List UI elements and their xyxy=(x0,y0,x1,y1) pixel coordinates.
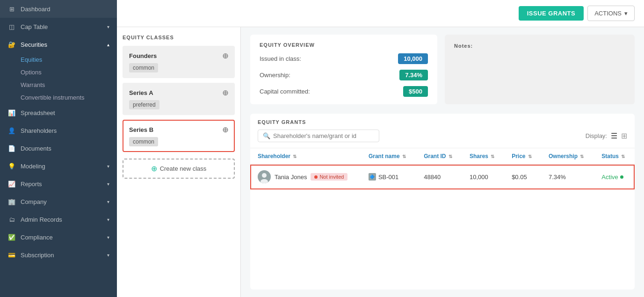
avatar-image xyxy=(258,170,271,183)
grid-view-button[interactable]: ⊞ xyxy=(621,131,627,140)
chevron-down-icon: ▾ xyxy=(107,199,109,204)
overview-value-capital: $500 xyxy=(403,86,428,97)
people-icon: 👤 xyxy=(7,126,16,135)
create-new-class-button[interactable]: ⊕ Create new class xyxy=(123,159,235,179)
sidebar-item-compliance[interactable]: ✅ Compliance ▾ xyxy=(0,228,117,246)
sidebar-item-reports[interactable]: 📈 Reports ▾ xyxy=(0,175,117,193)
grants-section: EQUITY GRANTS 🔍 Display: ☰ ⊞ xyxy=(250,114,635,290)
invite-dot xyxy=(314,175,318,179)
sidebar-item-spreadsheet[interactable]: 📊 Spreadsheet xyxy=(0,104,117,122)
sidebar-label-reports: Reports xyxy=(21,181,102,188)
sort-icon-grant-name: ⇅ xyxy=(402,154,406,159)
equity-class-series-b[interactable]: Series B ⊕ common xyxy=(123,120,235,152)
grant-name-icon: 🔷 xyxy=(369,173,376,181)
compliance-icon: ✅ xyxy=(7,233,16,241)
overview-label-ownership: Ownership: xyxy=(260,72,290,79)
grants-table-head: Shareholder ⇅ Grant name ⇅ Grant ID ⇅ xyxy=(250,148,635,165)
class-type-series-a: preferred xyxy=(129,100,159,109)
equity-class-series-a[interactable]: Series A ⊕ preferred xyxy=(123,83,235,115)
equity-class-founders[interactable]: Founders ⊕ common xyxy=(123,46,235,78)
cell-grant-id: 48840 xyxy=(416,165,462,189)
sidebar-item-convertible[interactable]: Convertible instruments xyxy=(21,91,117,104)
grants-header: EQUITY GRANTS 🔍 Display: ☰ ⊞ xyxy=(250,114,635,148)
overview-label-issued: Issued in class: xyxy=(260,55,301,62)
sidebar-label-cap-table: Cap Table xyxy=(21,23,102,30)
status-dot xyxy=(620,175,623,179)
grants-title: EQUITY GRANTS xyxy=(258,119,627,125)
notes-label: Notes: xyxy=(454,43,473,49)
avatar xyxy=(258,170,271,183)
plus-circle-icon: ⊕ xyxy=(151,164,157,173)
sidebar-label-shareholders: Shareholders xyxy=(21,127,109,134)
cell-ownership: 7.34% xyxy=(541,165,594,189)
grants-table: Shareholder ⇅ Grant name ⇅ Grant ID ⇅ xyxy=(250,148,635,189)
sort-icon-price: ⇅ xyxy=(528,154,532,159)
svg-point-1 xyxy=(262,173,267,178)
sidebar-item-securities[interactable]: 🔐 Securities ▴ xyxy=(0,36,117,53)
list-view-button[interactable]: ☰ xyxy=(611,131,617,140)
sidebar-label-securities: Securities xyxy=(21,41,102,48)
sidebar-item-subscription[interactable]: 💳 Subscription ▾ xyxy=(0,246,117,264)
move-icon-series-a[interactable]: ⊕ xyxy=(222,88,228,97)
chevron-down-icon: ▾ xyxy=(107,24,109,29)
col-grant-name[interactable]: Grant name ⇅ xyxy=(361,148,416,165)
subscription-icon: 💳 xyxy=(7,251,16,259)
search-input[interactable] xyxy=(273,132,374,139)
chevron-down-icon: ▾ xyxy=(107,253,109,258)
actions-button[interactable]: ACTIONS ▾ xyxy=(587,6,635,21)
sidebar-label-company: Company xyxy=(21,198,102,205)
chevron-down-icon: ▾ xyxy=(107,164,109,169)
sidebar-item-options[interactable]: Options xyxy=(21,66,117,79)
move-icon-series-b[interactable]: ⊕ xyxy=(222,125,228,134)
grant-name-cell: 🔷 SB-001 xyxy=(369,173,409,181)
sidebar-label-dashboard: Dashboard xyxy=(21,6,109,13)
col-status[interactable]: Status ⇅ xyxy=(594,148,635,165)
sort-icon-status: ⇅ xyxy=(621,154,625,159)
col-price[interactable]: Price ⇅ xyxy=(504,148,541,165)
col-shares[interactable]: Shares ⇅ xyxy=(462,148,504,165)
grid-icon: ⊞ xyxy=(7,5,16,13)
reports-icon: 📈 xyxy=(7,180,16,188)
issue-grants-button[interactable]: ISSUE GRANTS xyxy=(519,6,584,21)
sidebar-item-cap-table[interactable]: ◫ Cap Table ▾ xyxy=(0,18,117,36)
sidebar-item-modeling[interactable]: 💡 Modeling ▾ xyxy=(0,157,117,175)
sort-icon-grant-id: ⇅ xyxy=(449,154,452,159)
move-icon-founders[interactable]: ⊕ xyxy=(222,51,228,60)
sidebar-label-modeling: Modeling xyxy=(21,163,102,170)
overview-label-capital: Capital committed: xyxy=(260,88,310,95)
sidebar-item-admin-records[interactable]: 🗂 Admin Records ▾ xyxy=(0,210,117,228)
sidebar-item-warrants[interactable]: Warrants xyxy=(21,79,117,91)
class-type-founders: common xyxy=(129,63,158,72)
overview-row-ownership: Ownership: 7.34% xyxy=(260,70,428,80)
col-ownership[interactable]: Ownership ⇅ xyxy=(541,148,594,165)
overview-row-issued: Issued in class: 10,000 xyxy=(260,53,428,64)
sidebar-item-equities[interactable]: Equities xyxy=(21,53,117,66)
shareholder-cell: Tania Jones Not invited xyxy=(258,170,354,183)
sidebar-item-dashboard[interactable]: ⊞ Dashboard xyxy=(0,0,117,18)
overview-row-capital: Capital committed: $500 xyxy=(260,86,428,97)
col-grant-id[interactable]: Grant ID ⇅ xyxy=(416,148,462,165)
overview-value-ownership: 7.34% xyxy=(399,70,428,80)
modeling-icon: 💡 xyxy=(7,162,16,170)
sidebar-item-company[interactable]: 🏢 Company ▾ xyxy=(0,193,117,210)
col-shareholder[interactable]: Shareholder ⇅ xyxy=(250,148,361,165)
sidebar-item-documents[interactable]: 📄 Documents xyxy=(0,139,117,157)
content-area: EQUITY CLASSES Founders ⊕ common Series … xyxy=(117,27,644,297)
cell-status: Active xyxy=(594,165,635,189)
grants-table-container: Shareholder ⇅ Grant name ⇅ Grant ID ⇅ xyxy=(250,148,635,290)
notes-card: Notes: xyxy=(445,35,635,104)
overview-card: EQUITY OVERVIEW Issued in class: 10,000 … xyxy=(250,35,437,104)
grants-table-body: Tania Jones Not invited xyxy=(250,165,635,189)
equity-overview-title: EQUITY OVERVIEW xyxy=(260,42,428,48)
search-box[interactable]: 🔍 xyxy=(258,130,379,142)
sidebar-label-compliance: Compliance xyxy=(21,234,102,241)
sidebar-item-shareholders[interactable]: 👤 Shareholders xyxy=(0,122,117,139)
equity-overview-section: EQUITY OVERVIEW Issued in class: 10,000 … xyxy=(250,35,635,104)
right-panel: EQUITY OVERVIEW Issued in class: 10,000 … xyxy=(241,27,644,297)
spreadsheet-icon: 📊 xyxy=(7,109,16,117)
sidebar-label-admin-records: Admin Records xyxy=(21,216,102,223)
table-row[interactable]: Tania Jones Not invited xyxy=(250,165,635,189)
search-icon: 🔍 xyxy=(263,132,270,139)
sort-icon-ownership: ⇅ xyxy=(580,154,584,159)
company-icon: 🏢 xyxy=(7,197,16,206)
